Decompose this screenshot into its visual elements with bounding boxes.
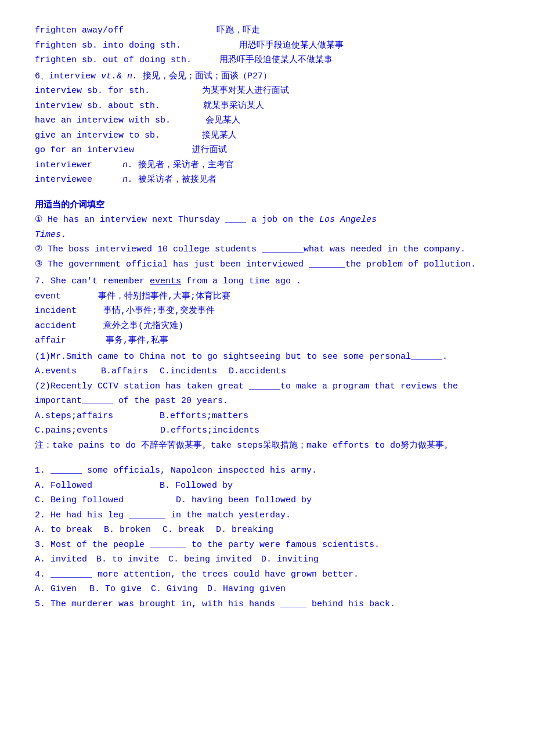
mcq2-options-cd: C.pains;eventsD.efforts;incidents	[35, 423, 499, 438]
section-preposition: 用适当的介词填空 ① He has an interview next Thur…	[35, 198, 499, 272]
line-frighten-1: frighten away/off吓跑，吓走	[35, 23, 499, 38]
mcq1-options: A.eventsB.affairsC.incidentsD.accidents	[35, 364, 499, 379]
line-interview-3: have an interview with sb.会见某人	[35, 113, 499, 128]
mcq2-options-ab: A.steps;affairsB.efforts;matters	[35, 409, 499, 424]
line-accident-def: accident意外之事(尤指灾难)	[35, 319, 499, 334]
preposition-q1: ① He has an interview next Thursday ____…	[35, 213, 499, 228]
line-interview-4: give an interview to sb.接见某人	[35, 128, 499, 143]
line-incident-def: incident事情,小事件;事变,突发事件	[35, 304, 499, 319]
line-interview-title: 6、interview vt.& n. 接见，会见；面试；面谈（P27）	[35, 69, 499, 84]
ex-q4: 4. ________ more attention, the trees co…	[35, 567, 499, 582]
line-events-intro: 7. She can't remember events from a long…	[35, 274, 499, 289]
line-interview-2: interview sb. about sth.就某事采访某人	[35, 99, 499, 114]
section-preposition-title: 用适当的介词填空	[35, 198, 499, 213]
line-interview-5: go for an interview进行面试	[35, 143, 499, 158]
mcq2-note: 注：take pains to do 不辞辛苦做某事。take steps采取措…	[35, 438, 499, 453]
mcq1-q: (1)Mr.Smith came to China not to go sigh…	[35, 350, 499, 365]
line-interview-1: interview sb. for sth.为某事对某人进行面试	[35, 84, 499, 99]
line-event-def: event事件，特别指事件,大事;体育比赛	[35, 289, 499, 304]
ex-q3-opts: A. invitedB. to inviteC. being invitedD.…	[35, 552, 499, 567]
ex-q1-opt-cd: C. Being followedD. having been followed…	[35, 493, 499, 508]
mcq2-q: (2)Recently CCTV station has taken great…	[35, 379, 499, 409]
ex-q2: 2. He had his leg _______ in the match y…	[35, 508, 499, 523]
ex-q4-opts: A. GivenB. To giveC. GivingD. Having giv…	[35, 582, 499, 597]
preposition-q1-cont: Times.	[35, 228, 499, 243]
line-interviewer: interviewern. 接见者，采访者，主考官	[35, 158, 499, 173]
ex-q5: 5. The murderer was brought in, with his…	[35, 597, 499, 612]
section-frighten: frighten away/off吓跑，吓走 frighten sb. into…	[35, 23, 499, 68]
section-mcq1: (1)Mr.Smith came to China not to go sigh…	[35, 350, 499, 379]
page-content: frighten away/off吓跑，吓走 frighten sb. into…	[35, 23, 499, 611]
line-affair-def: affair事务,事件,私事	[35, 333, 499, 348]
line-frighten-3: frighten sb. out of doing sth.用恐吓手段迫使某人不…	[35, 53, 499, 68]
line-interviewee: intervieween. 被采访者，被接见者	[35, 172, 499, 188]
ex-q3: 3. Most of the people _______ to the par…	[35, 538, 499, 553]
section-exercise: 1. ______ some officials, Napoleon inspe…	[35, 463, 499, 611]
ex-q2-opts: A. to breakB. brokenC. breakD. breaking	[35, 523, 499, 538]
preposition-q2: ② The boss interviewed 10 college studen…	[35, 242, 499, 257]
ex-q1: 1. ______ some officials, Napoleon inspe…	[35, 463, 499, 478]
preposition-q3: ③ The government official has just been …	[35, 257, 499, 272]
section-events: 7. She can't remember events from a long…	[35, 274, 499, 348]
ex-q1-opt-ab: A. FollowedB. Followed by	[35, 478, 499, 494]
line-frighten-2: frighten sb. into doing sth.用恐吓手段迫使某人做某事	[35, 38, 499, 53]
section-interview: 6、interview vt.& n. 接见，会见；面试；面谈（P27） int…	[35, 69, 499, 188]
section-mcq2: (2)Recently CCTV station has taken great…	[35, 379, 499, 453]
